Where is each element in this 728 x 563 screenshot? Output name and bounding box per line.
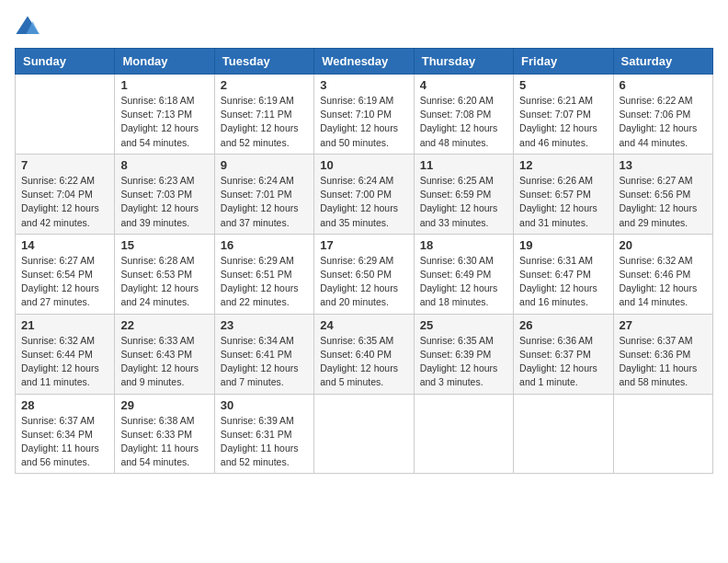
day-info: Sunrise: 6:34 AMSunset: 6:41 PMDaylight:… [221,334,308,390]
calendar-header-monday: Monday [115,49,214,75]
day-info: Sunrise: 6:22 AMSunset: 7:04 PMDaylight:… [21,174,108,230]
day-number: 18 [420,238,507,252]
day-info: Sunrise: 6:33 AMSunset: 6:43 PMDaylight:… [120,334,208,390]
day-number: 4 [420,78,507,92]
day-number: 29 [120,398,208,412]
calendar-cell: 10Sunrise: 6:24 AMSunset: 7:00 PMDayligh… [314,154,414,234]
day-number: 12 [519,158,607,172]
day-info: Sunrise: 6:37 AMSunset: 6:34 PMDaylight:… [21,414,108,470]
calendar-cell: 7Sunrise: 6:22 AMSunset: 7:04 PMDaylight… [16,154,115,234]
calendar-cell: 28Sunrise: 6:37 AMSunset: 6:34 PMDayligh… [16,394,115,474]
day-number: 10 [320,158,407,172]
day-info: Sunrise: 6:23 AMSunset: 7:03 PMDaylight:… [120,174,208,230]
calendar-header-row: SundayMondayTuesdayWednesdayThursdayFrid… [16,49,713,75]
calendar-cell: 24Sunrise: 6:35 AMSunset: 6:40 PMDayligh… [314,314,414,394]
calendar-cell: 16Sunrise: 6:29 AMSunset: 6:51 PMDayligh… [214,234,313,314]
day-number: 7 [21,158,108,172]
day-number: 1 [120,78,208,92]
day-info: Sunrise: 6:29 AMSunset: 6:50 PMDaylight:… [320,254,407,310]
day-number: 5 [519,78,607,92]
day-info: Sunrise: 6:21 AMSunset: 7:07 PMDaylight:… [519,94,607,150]
calendar-cell: 29Sunrise: 6:38 AMSunset: 6:33 PMDayligh… [115,394,214,474]
calendar-cell: 15Sunrise: 6:28 AMSunset: 6:53 PMDayligh… [115,234,214,314]
day-number: 19 [519,238,607,252]
day-number: 27 [620,318,707,332]
calendar-cell: 13Sunrise: 6:27 AMSunset: 6:56 PMDayligh… [613,154,712,234]
day-number: 14 [21,238,108,252]
day-info: Sunrise: 6:38 AMSunset: 6:33 PMDaylight:… [120,414,208,470]
day-info: Sunrise: 6:37 AMSunset: 6:36 PMDaylight:… [620,334,707,390]
day-info: Sunrise: 6:39 AMSunset: 6:31 PMDaylight:… [221,414,308,470]
calendar-header-saturday: Saturday [613,49,712,75]
page-header [15,15,713,40]
day-info: Sunrise: 6:24 AMSunset: 7:01 PMDaylight:… [221,174,308,230]
calendar-cell: 5Sunrise: 6:21 AMSunset: 7:07 PMDaylight… [514,75,613,155]
day-number: 26 [519,318,607,332]
day-info: Sunrise: 6:27 AMSunset: 6:56 PMDaylight:… [620,174,707,230]
day-number: 28 [21,398,108,412]
day-number: 17 [320,238,407,252]
day-number: 15 [120,238,208,252]
day-info: Sunrise: 6:29 AMSunset: 6:51 PMDaylight:… [221,254,308,310]
calendar-cell [613,394,712,474]
calendar-cell: 6Sunrise: 6:22 AMSunset: 7:06 PMDaylight… [613,75,712,155]
calendar-header-friday: Friday [514,49,613,75]
calendar-cell: 8Sunrise: 6:23 AMSunset: 7:03 PMDaylight… [115,154,214,234]
calendar-cell: 21Sunrise: 6:32 AMSunset: 6:44 PMDayligh… [16,314,115,394]
day-info: Sunrise: 6:19 AMSunset: 7:11 PMDaylight:… [221,94,308,150]
day-number: 6 [620,78,707,92]
calendar-header-tuesday: Tuesday [214,49,313,75]
day-number: 13 [620,158,707,172]
calendar-cell: 3Sunrise: 6:19 AMSunset: 7:10 PMDaylight… [314,75,414,155]
day-number: 30 [221,398,308,412]
day-number: 3 [320,78,407,92]
calendar-cell: 25Sunrise: 6:35 AMSunset: 6:39 PMDayligh… [414,314,513,394]
logo-icon [15,15,40,40]
day-info: Sunrise: 6:36 AMSunset: 6:37 PMDaylight:… [519,334,607,390]
day-info: Sunrise: 6:18 AMSunset: 7:13 PMDaylight:… [120,94,208,150]
calendar-cell: 1Sunrise: 6:18 AMSunset: 7:13 PMDaylight… [115,75,214,155]
day-info: Sunrise: 6:20 AMSunset: 7:08 PMDaylight:… [420,94,507,150]
calendar-cell [514,394,613,474]
calendar-cell: 19Sunrise: 6:31 AMSunset: 6:47 PMDayligh… [514,234,613,314]
calendar-week-row: 14Sunrise: 6:27 AMSunset: 6:54 PMDayligh… [16,234,713,314]
day-info: Sunrise: 6:30 AMSunset: 6:49 PMDaylight:… [420,254,507,310]
calendar-cell: 2Sunrise: 6:19 AMSunset: 7:11 PMDaylight… [214,75,313,155]
day-info: Sunrise: 6:32 AMSunset: 6:44 PMDaylight:… [21,334,108,390]
day-info: Sunrise: 6:35 AMSunset: 6:40 PMDaylight:… [320,334,407,390]
calendar-week-row: 28Sunrise: 6:37 AMSunset: 6:34 PMDayligh… [16,394,713,474]
calendar-cell: 11Sunrise: 6:25 AMSunset: 6:59 PMDayligh… [414,154,513,234]
day-info: Sunrise: 6:32 AMSunset: 6:46 PMDaylight:… [620,254,707,310]
calendar-cell [314,394,414,474]
day-info: Sunrise: 6:31 AMSunset: 6:47 PMDaylight:… [519,254,607,310]
calendar-cell: 23Sunrise: 6:34 AMSunset: 6:41 PMDayligh… [214,314,313,394]
calendar-cell: 30Sunrise: 6:39 AMSunset: 6:31 PMDayligh… [214,394,313,474]
day-number: 24 [320,318,407,332]
calendar-cell: 4Sunrise: 6:20 AMSunset: 7:08 PMDaylight… [414,75,513,155]
day-info: Sunrise: 6:24 AMSunset: 7:00 PMDaylight:… [320,174,407,230]
day-info: Sunrise: 6:25 AMSunset: 6:59 PMDaylight:… [420,174,507,230]
calendar-cell: 22Sunrise: 6:33 AMSunset: 6:43 PMDayligh… [115,314,214,394]
calendar-header-thursday: Thursday [414,49,513,75]
calendar-cell [16,75,115,155]
calendar-week-row: 1Sunrise: 6:18 AMSunset: 7:13 PMDaylight… [16,75,713,155]
calendar-cell: 20Sunrise: 6:32 AMSunset: 6:46 PMDayligh… [613,234,712,314]
day-info: Sunrise: 6:19 AMSunset: 7:10 PMDaylight:… [320,94,407,150]
calendar-week-row: 21Sunrise: 6:32 AMSunset: 6:44 PMDayligh… [16,314,713,394]
day-info: Sunrise: 6:35 AMSunset: 6:39 PMDaylight:… [420,334,507,390]
logo [15,15,44,40]
day-info: Sunrise: 6:27 AMSunset: 6:54 PMDaylight:… [21,254,108,310]
day-number: 21 [21,318,108,332]
day-number: 20 [620,238,707,252]
day-number: 22 [120,318,208,332]
day-number: 9 [221,158,308,172]
day-number: 25 [420,318,507,332]
calendar-cell: 14Sunrise: 6:27 AMSunset: 6:54 PMDayligh… [16,234,115,314]
day-info: Sunrise: 6:26 AMSunset: 6:57 PMDaylight:… [519,174,607,230]
day-number: 2 [221,78,308,92]
day-info: Sunrise: 6:28 AMSunset: 6:53 PMDaylight:… [120,254,208,310]
calendar-header-wednesday: Wednesday [314,49,414,75]
calendar-cell: 9Sunrise: 6:24 AMSunset: 7:01 PMDaylight… [214,154,313,234]
calendar-cell: 18Sunrise: 6:30 AMSunset: 6:49 PMDayligh… [414,234,513,314]
calendar-header-sunday: Sunday [16,49,115,75]
